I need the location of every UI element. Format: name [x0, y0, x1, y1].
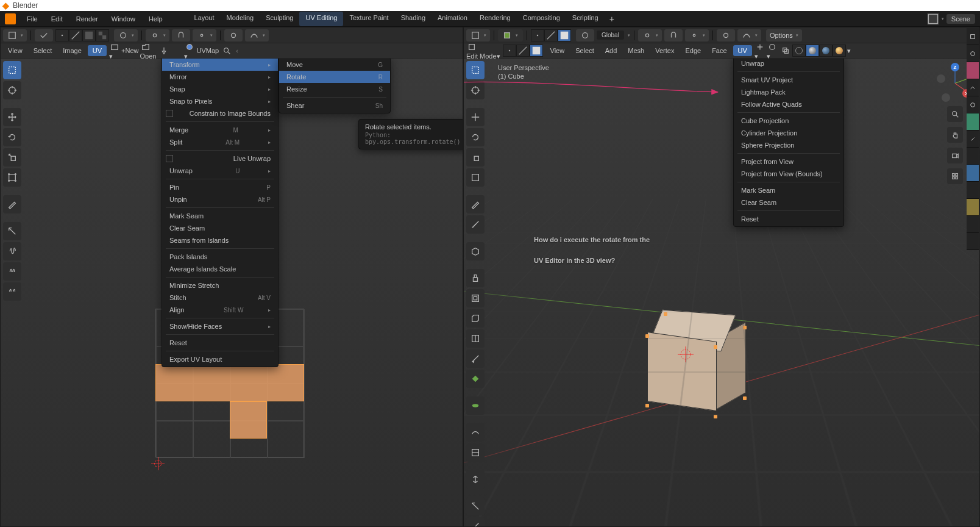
uv-item-show-hide[interactable]: Show/Hide Faces▸ — [162, 320, 278, 332]
ptab-material[interactable] — [967, 216, 979, 233]
orientation-label[interactable]: Global — [597, 30, 624, 40]
mode-display[interactable]: Edit Mode▾ — [466, 41, 500, 60]
tab-shading[interactable]: Shading — [395, 12, 431, 26]
new-image-button[interactable]: +New — [121, 47, 138, 54]
uv-item-avg-scale[interactable]: Average Islands Scale — [162, 263, 278, 275]
xray-toggle[interactable] — [780, 45, 791, 56]
snap-type[interactable]: ▾ — [193, 29, 216, 41]
gizmo-visibility[interactable]: ▾ — [755, 41, 765, 60]
uv-select-modes[interactable] — [55, 29, 109, 41]
submenu-item-rotate[interactable]: RotateR — [279, 71, 390, 83]
uv-item-live-unwrap[interactable]: Live Unwrap — [162, 152, 278, 165]
uv-item-align[interactable]: AlignShift W▸ — [162, 304, 278, 316]
ptab-data[interactable] — [967, 199, 979, 216]
tool3d-rip-edge[interactable] — [466, 517, 485, 526]
snap-toggle[interactable] — [172, 29, 190, 41]
tool3d-spin[interactable] — [466, 396, 485, 415]
v3d-menu-mesh[interactable]: Mesh — [623, 45, 649, 56]
uv-sticky-select[interactable]: ▾ — [114, 29, 138, 41]
pivot-dropdown[interactable]: ▾ — [146, 29, 169, 41]
zoom-icon[interactable] — [947, 106, 963, 122]
uv-item-mark-seam[interactable]: Mark Seam — [162, 210, 278, 222]
tool3d-extrude[interactable] — [466, 269, 485, 287]
tool-annotate[interactable] — [3, 195, 21, 213]
uv-menu-image[interactable]: Image — [58, 45, 87, 56]
tool3d-inset[interactable] — [466, 289, 485, 307]
ptab-render[interactable] — [967, 28, 979, 45]
tab-texture-paint[interactable]: Texture Paint — [343, 12, 394, 26]
ptab-output[interactable] — [967, 45, 979, 62]
uv-item-pack-islands[interactable]: Pack Islands — [162, 251, 278, 263]
tab-uv-editing[interactable]: UV Editing — [299, 12, 343, 26]
ptab-texture[interactable] — [967, 233, 979, 250]
uv-item-split[interactable]: SplitAlt M▸ — [162, 136, 278, 148]
view3d-canvas[interactable]: User Perspective (1) Cube — [464, 59, 979, 526]
uv-item-reset[interactable]: Reset — [162, 337, 278, 349]
tool-select-box[interactable] — [3, 61, 21, 79]
tool3d-move[interactable] — [466, 108, 485, 126]
orientation-icon[interactable] — [576, 29, 594, 41]
snap-options-3d[interactable]: ▾ — [685, 29, 709, 41]
menu-window[interactable]: Window — [105, 13, 141, 25]
uv-item-min-stretch[interactable]: Minimize Stretch — [162, 279, 278, 292]
submenu-item-move[interactable]: MoveG — [279, 59, 390, 71]
uv-menu-select[interactable]: Select — [29, 45, 57, 56]
v3d-uv-mark-seam[interactable]: Mark Seam — [734, 184, 843, 196]
uv-item-transform[interactable]: Transform▸ — [162, 59, 278, 71]
uv-item-mirror[interactable]: Mirror▸ — [162, 71, 278, 83]
v3d-uv-lightmap[interactable]: Lightmap Pack — [734, 86, 843, 98]
uv-select-mode-sync[interactable] — [35, 29, 53, 41]
ptab-world[interactable] — [967, 96, 979, 113]
uv-editor-canvas[interactable]: Transform▸ Mirror▸ Snap▸ Snap to Pixels▸… — [1, 59, 463, 526]
image-browse-button[interactable]: ▾ — [109, 41, 120, 60]
prop-edit-toggle[interactable] — [224, 29, 243, 41]
tab-scripting[interactable]: Scripting — [566, 12, 605, 26]
v3d-uv-follow[interactable]: Follow Active Quads — [734, 98, 843, 110]
tool3d-shrink[interactable] — [466, 470, 485, 489]
tool3d-scale[interactable] — [466, 148, 485, 167]
uvmap-browse[interactable]: ▾ — [184, 41, 195, 60]
prop-edit-falloff[interactable]: ▾ — [245, 29, 269, 41]
menu-render[interactable]: Render — [70, 13, 104, 25]
shading-modes[interactable] — [792, 45, 846, 57]
open-image-button[interactable]: Open — [140, 41, 157, 60]
overlays-toggle[interactable]: ▾ — [767, 41, 778, 60]
options-button[interactable]: Options▾ — [766, 29, 802, 41]
tab-modeling[interactable]: Modeling — [221, 12, 260, 26]
mesh-select-modes[interactable] — [531, 29, 571, 41]
tab-rendering[interactable]: Rendering — [474, 12, 517, 26]
v3d-menu-vertex[interactable]: Vertex — [650, 45, 679, 56]
tab-animation[interactable]: Animation — [431, 12, 474, 26]
ptab-constraint[interactable] — [967, 182, 979, 199]
tool3d-cursor[interactable] — [466, 81, 485, 99]
submenu-item-shear[interactable]: ShearSh — [279, 99, 390, 112]
uv-item-snap[interactable]: Snap▸ — [162, 83, 278, 95]
add-workspace-button[interactable]: + — [605, 12, 619, 26]
menu-file[interactable]: File — [21, 13, 44, 25]
v3d-uv-proj-bounds[interactable]: Project from View (Bounds) — [734, 168, 843, 180]
v3d-uv-proj-view[interactable]: Project from View — [734, 156, 843, 168]
uv-item-snap-pixels[interactable]: Snap to Pixels▸ — [162, 95, 278, 107]
scene-name-field[interactable]: Scene — [946, 14, 975, 24]
editor-type-dropdown[interactable]: ▾ — [3, 29, 27, 41]
prop-edit-3d[interactable] — [717, 29, 735, 41]
uv-island-row[interactable] — [155, 364, 304, 401]
camera-icon[interactable] — [947, 148, 963, 163]
tool-rip[interactable] — [3, 222, 21, 240]
pan-icon[interactable] — [947, 127, 963, 143]
v3d-uv-cyl-proj[interactable]: Cylinder Projection — [734, 127, 843, 139]
tab-sculpting[interactable]: Sculpting — [260, 12, 299, 26]
tool3d-polybuild[interactable] — [466, 370, 485, 388]
v3d-menu-uv[interactable]: UV — [733, 45, 752, 56]
menu-edit[interactable]: Edit — [45, 13, 69, 25]
v3d-menu-view[interactable]: View — [545, 45, 570, 56]
tool-cursor[interactable] — [3, 81, 21, 99]
tool3d-rotate[interactable] — [466, 128, 485, 146]
v3d-menu-add[interactable]: Add — [600, 45, 622, 56]
uvmap-name-field[interactable]: UVMap — [196, 47, 219, 54]
tool3d-bevel[interactable] — [466, 309, 485, 328]
v3d-menu-edge[interactable]: Edge — [680, 45, 706, 56]
tool3d-transform[interactable] — [466, 168, 485, 187]
v3d-uv-reset[interactable]: Reset — [734, 213, 843, 225]
uv-item-unpin[interactable]: UnpinAlt P — [162, 193, 278, 206]
